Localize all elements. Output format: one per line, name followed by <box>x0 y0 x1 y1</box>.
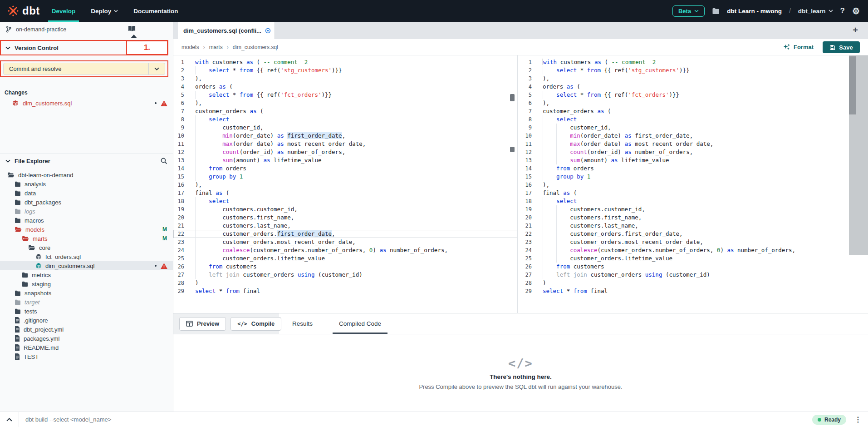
code-line-24-right[interactable]: 24 coalesce(customer_orders.number_of_or… <box>521 246 849 254</box>
code-line-23-left[interactable]: 23 customer_orders.most_recent_order_dat… <box>173 238 517 246</box>
editor-scrollbar-thumb[interactable] <box>849 56 856 114</box>
code-line-5-right[interactable]: 5 select * from {{ ref('fct_orders')}} <box>521 91 849 99</box>
tree-item-dim_customers.sql[interactable]: dim_customers.sql <box>0 261 173 270</box>
code-line-6-left[interactable]: 6), <box>173 99 517 107</box>
code-line-2-right[interactable]: 2 select * from {{ ref('stg_customers')}… <box>521 66 849 74</box>
code-line-12-right[interactable]: 12 count(order_id) as number_of_orders, <box>521 148 849 156</box>
breadcrumb-item-models[interactable]: models <box>181 44 199 50</box>
code-line-18-right[interactable]: 18 select <box>521 197 849 205</box>
code-line-9-left[interactable]: 9 customer_id, <box>173 124 517 132</box>
code-line-24-left[interactable]: 24 coalesce(customer_orders.number_of_or… <box>173 246 517 254</box>
help-button[interactable]: ? <box>840 6 845 15</box>
code-line-1-left[interactable]: 1with customers as ( -- comment 2 <box>173 58 517 66</box>
code-line-17-right[interactable]: 17final as ( <box>521 189 849 197</box>
search-icon[interactable] <box>160 157 167 164</box>
breadcrumb-item-marts[interactable]: marts <box>209 44 223 50</box>
code-line-6-right[interactable]: 6), <box>521 99 849 107</box>
code-line-11-right[interactable]: 11 max(order_date) as most_recent_order_… <box>521 140 849 148</box>
changed-file-dim_customers.sql[interactable]: dim_customers.sql <box>0 98 173 108</box>
code-line-7-left[interactable]: 7customer_orders as ( <box>173 107 517 115</box>
code-line-3-left[interactable]: 3), <box>173 74 517 83</box>
tree-item-dbt_packages[interactable]: dbt_packages <box>0 198 173 207</box>
chevron-up-icon[interactable] <box>0 417 19 422</box>
code-line-11-left[interactable]: 11 max(order_date) as most_recent_order_… <box>173 140 517 148</box>
code-line-16-left[interactable]: 16), <box>173 181 517 189</box>
command-input[interactable] <box>19 416 812 423</box>
code-line-5-left[interactable]: 5 select * from {{ ref('fct_orders')}} <box>173 91 517 99</box>
code-line-7-right[interactable]: 7customer_orders as ( <box>521 107 849 115</box>
tree-item-packages.yml[interactable]: packages.yml <box>0 334 173 343</box>
code-line-2-left[interactable]: 2 select * from {{ ref('stg_customers')}… <box>173 66 517 74</box>
commit-dropdown-toggle[interactable] <box>148 63 165 74</box>
tree-item-dbt_project.yml[interactable]: dbt_project.yml <box>0 325 173 334</box>
code-line-23-right[interactable]: 23 customer_orders.most_recent_order_dat… <box>521 238 849 246</box>
git-branch-selector[interactable]: on-demand-practice <box>0 22 173 37</box>
code-line-12-left[interactable]: 12 count(order_id) as number_of_orders, <box>173 148 517 156</box>
results-tab-results[interactable]: Results <box>288 313 317 334</box>
code-line-3-right[interactable]: 3), <box>521 74 849 83</box>
nav-item-develop[interactable]: Develop <box>52 0 76 22</box>
tree-item-dbt-learn-on-demand[interactable]: dbt-learn-on-demand <box>0 170 173 179</box>
code-line-1-right[interactable]: 1with customers as ( -- comment 2 <box>521 58 849 66</box>
results-tab-compiled-code[interactable]: Compiled Code <box>334 313 386 334</box>
tree-item-README.md[interactable]: README.md <box>0 343 173 352</box>
nav-item-deploy[interactable]: Deploy <box>91 0 118 22</box>
code-line-8-left[interactable]: 8 select <box>173 115 517 124</box>
code-line-18-left[interactable]: 18 select <box>173 197 517 205</box>
account-selector[interactable]: dbt Learn - mwong <box>727 8 782 15</box>
code-line-8-right[interactable]: 8 select <box>521 115 849 124</box>
code-line-22-left[interactable]: 22 customer_orders.first_order_date, <box>173 230 517 238</box>
code-line-10-right[interactable]: 10 min(order_date) as first_order_date, <box>521 132 849 140</box>
tree-item-analysis[interactable]: analysis <box>0 179 173 189</box>
code-line-28-left[interactable]: 28) <box>173 279 517 287</box>
code-line-16-right[interactable]: 16), <box>521 181 849 189</box>
tree-item-snapshots[interactable]: snapshots <box>0 288 173 298</box>
code-line-10-left[interactable]: 10 min(order_date) as first_order_date, <box>173 132 517 140</box>
code-line-14-left[interactable]: 14 from orders <box>173 164 517 173</box>
code-line-29-left[interactable]: 29select * from final <box>173 287 517 295</box>
code-line-20-left[interactable]: 20 customers.first_name, <box>173 214 517 222</box>
tree-item-target[interactable]: target <box>0 298 173 307</box>
code-line-29-right[interactable]: 29select * from final <box>521 287 849 295</box>
code-line-26-left[interactable]: 26 from customers <box>173 263 517 271</box>
kebab-menu-icon[interactable]: ⋮ <box>854 415 868 424</box>
compile-button[interactable]: </> Compile <box>230 317 281 331</box>
code-line-13-right[interactable]: 13 sum(amount) as lifetime_value <box>521 156 849 164</box>
code-line-22-right[interactable]: 22 customer_orders.first_order_date, <box>521 230 849 238</box>
tree-item-data[interactable]: data <box>0 189 173 198</box>
breadcrumb-item-dim_customers.sql[interactable]: dim_customers.sql <box>233 44 278 50</box>
file-explorer-section-header[interactable]: File Explorer <box>0 154 173 168</box>
pane-divider[interactable] <box>517 55 521 313</box>
code-line-14-right[interactable]: 14 from orders <box>521 164 849 173</box>
code-line-13-left[interactable]: 13 sum(amount) as lifetime_value <box>173 156 517 164</box>
code-line-27-left[interactable]: 27 left join customer_orders using (cust… <box>173 271 517 279</box>
code-line-26-right[interactable]: 26 from customers <box>521 263 849 271</box>
code-line-19-right[interactable]: 19 customers.customer_id, <box>521 205 849 214</box>
tree-item-TEST[interactable]: TEST <box>0 352 173 361</box>
code-line-21-left[interactable]: 21 customers.last_name, <box>173 222 517 230</box>
code-line-25-left[interactable]: 25 customer_orders.lifetime_value <box>173 254 517 263</box>
dbt-logo[interactable]: dbt <box>0 5 52 17</box>
code-line-27-right[interactable]: 27 left join customer_orders using (cust… <box>521 271 849 279</box>
code-line-4-left[interactable]: 4orders as ( <box>173 83 517 91</box>
tree-item-fct_orders.sql[interactable]: fct_orders.sql <box>0 252 173 261</box>
code-line-9-right[interactable]: 9 customer_id, <box>521 124 849 132</box>
code-line-15-left[interactable]: 15 group by 1 <box>173 173 517 181</box>
editor-pane-right[interactable]: 1with customers as ( -- comment 22 selec… <box>521 55 849 313</box>
code-line-19-left[interactable]: 19 customers.customer_id, <box>173 205 517 214</box>
project-selector[interactable]: dbt_learn <box>798 8 833 15</box>
settings-gear-icon[interactable]: ⚙ <box>852 6 860 16</box>
save-button[interactable]: Save <box>823 41 860 53</box>
scrollbar-mark[interactable] <box>510 147 515 152</box>
tree-item-marts[interactable]: martsM <box>0 234 173 243</box>
preview-button[interactable]: Preview <box>179 317 226 331</box>
tree-item-logs[interactable]: logs <box>0 207 173 216</box>
tree-item-metrics[interactable]: metrics <box>0 270 173 279</box>
new-tab-button[interactable]: + <box>853 25 858 35</box>
code-line-21-right[interactable]: 21 customers.last_name, <box>521 222 849 230</box>
tree-item-models[interactable]: modelsM <box>0 225 173 234</box>
tree-item-core[interactable]: core <box>0 243 173 252</box>
code-line-15-right[interactable]: 15 group by 1 <box>521 173 849 181</box>
code-line-17-left[interactable]: 17final as ( <box>173 189 517 197</box>
editor-scrollbar-track[interactable] <box>849 55 868 255</box>
